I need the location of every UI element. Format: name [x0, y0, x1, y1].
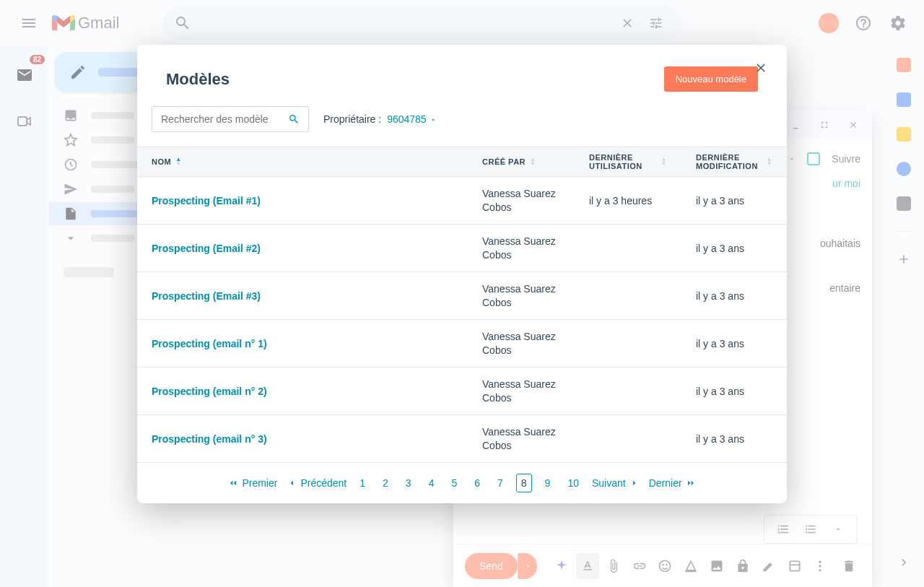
modal-close-button[interactable]: [749, 56, 772, 79]
template-search-input[interactable]: [161, 113, 288, 125]
table-row[interactable]: Prospecting (Email #2) Vanessa Suarez Co…: [137, 225, 787, 272]
template-creator: Vanessa Suarez Cobos: [468, 330, 575, 356]
page-3[interactable]: 3: [401, 474, 416, 492]
table-row[interactable]: Prospecting (email n° 2) Vanessa Suarez …: [137, 368, 787, 415]
search-icon: [288, 113, 300, 125]
table-row[interactable]: Prospecting (Email #3) Vanessa Suarez Co…: [137, 272, 787, 320]
page-6[interactable]: 6: [470, 474, 484, 492]
template-last-mod: il y a 3 ans: [681, 386, 787, 397]
page-8-current[interactable]: 8: [516, 474, 532, 492]
table-row[interactable]: Prospecting (email n° 3) Vanessa Suarez …: [137, 415, 787, 463]
owner-filter-value[interactable]: 9604785: [387, 113, 436, 125]
page-4[interactable]: 4: [424, 474, 439, 492]
page-9[interactable]: 9: [541, 474, 555, 492]
template-last-mod: il y a 3 ans: [681, 243, 787, 254]
template-name[interactable]: Prospecting (Email #2): [137, 243, 468, 254]
template-last-use: il y a 3 heures: [575, 195, 681, 206]
page-10[interactable]: 10: [563, 474, 583, 492]
column-last-mod[interactable]: DERNIÈRE MODIFICATION▲▼: [681, 147, 787, 176]
template-name[interactable]: Prospecting (email n° 1): [137, 338, 468, 349]
template-name[interactable]: Prospecting (email n° 2): [137, 386, 468, 397]
template-search-field[interactable]: [152, 106, 309, 132]
column-last-use[interactable]: DERNIÈRE UTILISATION▲▼: [575, 147, 681, 176]
template-last-mod: il y a 3 ans: [681, 433, 787, 445]
prev-page-button[interactable]: Précédent: [286, 477, 346, 489]
owner-label: Propriétaire :: [323, 113, 381, 125]
templates-modal: Modèles Nouveau modèle Propriétaire : 96…: [137, 45, 787, 503]
new-template-button[interactable]: Nouveau modèle: [664, 66, 758, 92]
column-creator[interactable]: CRÉÉ PAR▲▼: [468, 147, 575, 176]
template-creator: Vanessa Suarez Cobos: [468, 235, 575, 261]
page-2[interactable]: 2: [378, 474, 393, 492]
page-7[interactable]: 7: [493, 474, 507, 492]
template-creator: Vanessa Suarez Cobos: [468, 378, 575, 404]
next-page-button[interactable]: Suivant: [592, 477, 640, 489]
table-row[interactable]: Prospecting (email n° 1) Vanessa Suarez …: [137, 320, 787, 368]
column-name[interactable]: NOM▲▼: [137, 147, 468, 176]
template-last-mod: il y a 3 ans: [681, 195, 787, 206]
template-creator: Vanessa Suarez Cobos: [468, 282, 575, 308]
templates-table: NOM▲▼ CRÉÉ PAR▲▼ DERNIÈRE UTILISATION▲▼ …: [137, 147, 787, 463]
template-name[interactable]: Prospecting (Email #1): [137, 195, 468, 206]
pagination: Premier Précédent 1 2 3 4 5 6 7 8 9 10 S…: [137, 463, 787, 503]
modal-overlay: Modèles Nouveau modèle Propriétaire : 96…: [0, 0, 924, 587]
template-creator: Vanessa Suarez Cobos: [468, 425, 575, 451]
first-page-button[interactable]: Premier: [227, 477, 277, 489]
last-page-button[interactable]: Dernier: [649, 477, 697, 489]
template-creator: Vanessa Suarez Cobos: [468, 187, 575, 213]
page-5[interactable]: 5: [447, 474, 461, 492]
table-row[interactable]: Prospecting (Email #1) Vanessa Suarez Co…: [137, 177, 787, 225]
modal-title: Modèles: [166, 70, 230, 89]
template-last-mod: il y a 3 ans: [681, 338, 787, 349]
page-1[interactable]: 1: [355, 474, 370, 492]
template-last-mod: il y a 3 ans: [681, 290, 787, 302]
template-name[interactable]: Prospecting (email n° 3): [137, 433, 468, 445]
template-name[interactable]: Prospecting (Email #3): [137, 290, 468, 302]
